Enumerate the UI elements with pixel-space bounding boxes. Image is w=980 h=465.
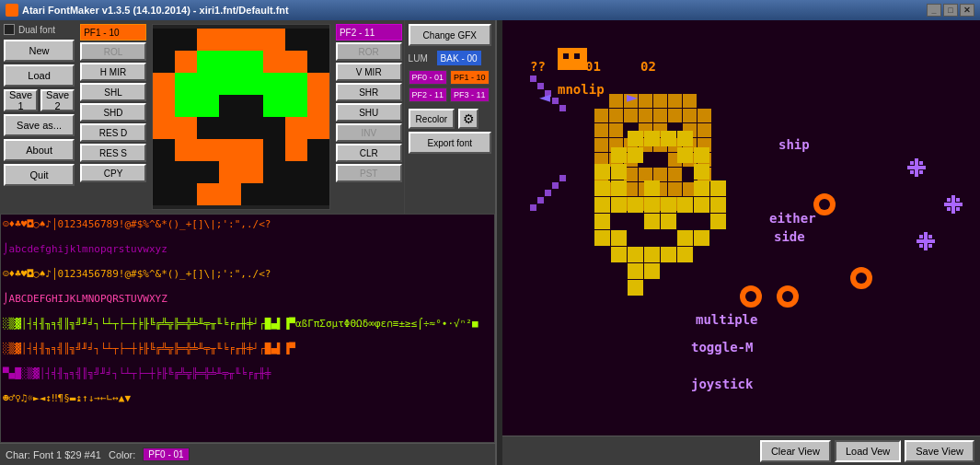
- pixel-cell[interactable]: [263, 29, 285, 51]
- pixel-cell[interactable]: [153, 139, 175, 161]
- pf2-color-btn[interactable]: PF2 - 11: [409, 87, 448, 102]
- shu-button[interactable]: SHU: [336, 103, 402, 122]
- new-button[interactable]: New: [4, 40, 75, 62]
- pixel-cell[interactable]: [263, 161, 285, 183]
- pixel-cell[interactable]: [153, 117, 175, 139]
- pixel-cell[interactable]: [219, 117, 241, 139]
- pixel-cell[interactable]: [153, 183, 175, 205]
- pixel-cell[interactable]: [175, 95, 197, 117]
- save-as-button[interactable]: Save as...: [4, 114, 75, 136]
- pixel-cell[interactable]: [175, 51, 197, 73]
- pixel-cell[interactable]: [285, 139, 307, 161]
- about-button[interactable]: About: [4, 139, 75, 161]
- pixel-cell[interactable]: [219, 51, 241, 73]
- shd-button[interactable]: SHD: [80, 103, 146, 122]
- pixel-cell[interactable]: [197, 95, 219, 117]
- dual-font-checkbox[interactable]: [4, 24, 15, 35]
- pixel-cell[interactable]: [241, 51, 263, 73]
- pixel-cell[interactable]: [285, 95, 307, 117]
- pixel-cell[interactable]: [153, 29, 175, 51]
- pixel-cell[interactable]: [285, 117, 307, 139]
- maximize-button[interactable]: □: [943, 4, 958, 17]
- pf1-color-btn[interactable]: PF1 - 10: [450, 70, 490, 85]
- pixel-cell[interactable]: [219, 183, 241, 205]
- rol-button[interactable]: ROL: [80, 42, 146, 61]
- pixel-cell[interactable]: [307, 73, 329, 95]
- pixel-cell[interactable]: [219, 95, 241, 117]
- quit-button[interactable]: Quit: [4, 164, 75, 186]
- vmir-button[interactable]: V MIR: [336, 63, 402, 81]
- pixel-cell[interactable]: [307, 161, 329, 183]
- pixel-cell[interactable]: [307, 183, 329, 205]
- pixel-cell[interactable]: [219, 29, 241, 51]
- pst-button[interactable]: PST: [336, 164, 402, 182]
- pixel-cell[interactable]: [219, 73, 241, 95]
- cpy-button[interactable]: CPY: [80, 164, 146, 182]
- pixel-cell[interactable]: [307, 95, 329, 117]
- clear-view-button[interactable]: Clear View: [760, 440, 831, 462]
- pixel-cell[interactable]: [307, 29, 329, 51]
- pixel-cell[interactable]: [263, 95, 285, 117]
- pixel-cell[interactable]: [263, 139, 285, 161]
- pixel-cell[interactable]: [241, 29, 263, 51]
- pixel-cell[interactable]: [197, 73, 219, 95]
- pixel-cell[interactable]: [175, 73, 197, 95]
- pixel-cell[interactable]: [175, 161, 197, 183]
- pixel-cell[interactable]: [263, 183, 285, 205]
- hmir-button[interactable]: H MIR: [80, 63, 146, 81]
- pixel-cell[interactable]: [307, 139, 329, 161]
- pixel-cell[interactable]: [153, 51, 175, 73]
- pixel-cell[interactable]: [307, 51, 329, 73]
- load-button[interactable]: Load: [4, 64, 75, 87]
- ress-button[interactable]: RES S: [80, 144, 146, 162]
- pixel-grid[interactable]: [153, 29, 329, 205]
- pf2-selector[interactable]: PF2 - 11: [336, 24, 402, 41]
- pf3-color-btn[interactable]: PF3 - 11: [450, 87, 490, 102]
- pixel-cell[interactable]: [175, 139, 197, 161]
- pixel-cell[interactable]: [241, 139, 263, 161]
- pixel-cell[interactable]: [153, 161, 175, 183]
- pixel-cell[interactable]: [241, 161, 263, 183]
- save2-button[interactable]: Save 2: [40, 89, 75, 111]
- pixel-cell[interactable]: [175, 183, 197, 205]
- pf1-selector[interactable]: PF1 - 10: [80, 24, 146, 41]
- pixel-cell[interactable]: [219, 139, 241, 161]
- pf0-color-btn[interactable]: PF0 - 01: [409, 70, 448, 85]
- pixel-cell[interactable]: [285, 51, 307, 73]
- pixel-cell[interactable]: [197, 161, 219, 183]
- pixel-cell[interactable]: [285, 183, 307, 205]
- ror-button[interactable]: ROR: [336, 42, 402, 61]
- pixel-cell[interactable]: [175, 29, 197, 51]
- shl-button[interactable]: SHL: [80, 83, 146, 101]
- pixel-cell[interactable]: [197, 51, 219, 73]
- save1-button[interactable]: Save 1: [4, 89, 38, 111]
- close-button[interactable]: ✕: [960, 4, 974, 17]
- recolor-button[interactable]: Recolor: [409, 109, 455, 129]
- pixel-cell[interactable]: [263, 117, 285, 139]
- shr-button[interactable]: SHR: [336, 83, 402, 101]
- pixel-cell[interactable]: [219, 161, 241, 183]
- load-view-button[interactable]: Load Vew: [835, 440, 901, 462]
- inv-button[interactable]: INV: [336, 123, 402, 142]
- pixel-cell[interactable]: [285, 29, 307, 51]
- save-view-button[interactable]: Save View: [905, 440, 974, 462]
- clr-button[interactable]: CLR: [336, 144, 402, 162]
- pixel-cell[interactable]: [263, 73, 285, 95]
- pixel-cell[interactable]: [197, 139, 219, 161]
- pixel-cell[interactable]: [241, 183, 263, 205]
- resd-button[interactable]: RES D: [80, 123, 146, 142]
- pixel-editor-canvas[interactable]: [152, 24, 330, 210]
- pixel-cell[interactable]: [241, 95, 263, 117]
- gear-button[interactable]: ⚙: [458, 109, 478, 129]
- pixel-cell[interactable]: [175, 117, 197, 139]
- pixel-cell[interactable]: [285, 161, 307, 183]
- pixel-cell[interactable]: [263, 51, 285, 73]
- pixel-cell[interactable]: [197, 183, 219, 205]
- pixel-cell[interactable]: [241, 117, 263, 139]
- pixel-cell[interactable]: [197, 117, 219, 139]
- export-font-button[interactable]: Export font: [409, 132, 491, 154]
- pixel-cell[interactable]: [241, 73, 263, 95]
- change-gfx-button[interactable]: Change GFX: [409, 24, 491, 46]
- pixel-cell[interactable]: [197, 29, 219, 51]
- pixel-cell[interactable]: [307, 117, 329, 139]
